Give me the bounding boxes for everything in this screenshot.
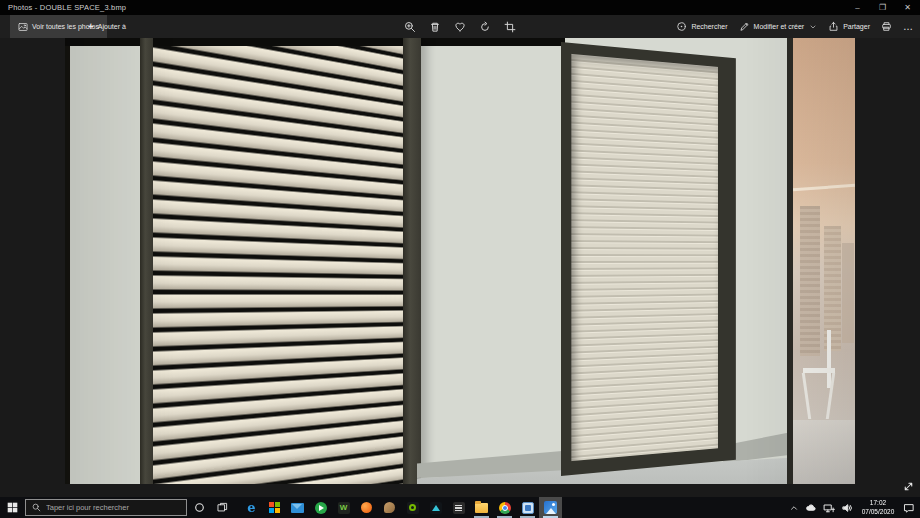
taskbar-icon-file-explorer[interactable] bbox=[470, 497, 493, 518]
taskbar-icon-store[interactable] bbox=[263, 497, 286, 518]
chrome-icon bbox=[499, 502, 511, 514]
taskbar-icon-notes[interactable] bbox=[447, 497, 470, 518]
clock-date: 07/05/2020 bbox=[859, 508, 897, 516]
taskbar-icon-avast[interactable] bbox=[355, 497, 378, 518]
share-button[interactable]: Partager bbox=[828, 21, 870, 32]
photo-chair bbox=[802, 373, 811, 419]
photo-right-post bbox=[403, 38, 421, 484]
windows-logo-icon bbox=[7, 502, 18, 513]
add-to-button[interactable]: + Ajouter à bbox=[82, 15, 132, 38]
crop-icon bbox=[504, 21, 516, 33]
zoom-in-icon bbox=[404, 21, 416, 33]
rotate-button[interactable] bbox=[479, 21, 491, 33]
task-view-button[interactable] bbox=[211, 497, 234, 518]
taskbar-search[interactable] bbox=[25, 499, 187, 516]
taskbar-icon-nvidia[interactable] bbox=[401, 497, 424, 518]
restore-button[interactable]: ❐ bbox=[870, 0, 895, 15]
minimize-button[interactable]: – bbox=[845, 0, 870, 15]
taskbar-icon-photo-viewer[interactable] bbox=[516, 497, 539, 518]
speaker-icon[interactable] bbox=[841, 502, 853, 514]
title-bar: Photos - DOUBLE SPACE_3.bmp – ❐ ✕ bbox=[0, 0, 920, 15]
taskbar-icon-cad[interactable] bbox=[424, 497, 447, 518]
photo-glass-reflection-streak bbox=[793, 184, 855, 191]
zoom-button[interactable] bbox=[404, 21, 416, 33]
photo-left-edge-shadow bbox=[65, 38, 70, 484]
photo-closed-roller-shutter bbox=[561, 42, 736, 476]
action-center-icon[interactable] bbox=[903, 502, 915, 514]
close-button[interactable]: ✕ bbox=[895, 0, 920, 15]
clock-time: 17:02 bbox=[859, 499, 897, 507]
crop-button[interactable] bbox=[504, 21, 516, 33]
photo-left-post bbox=[140, 38, 153, 484]
taskbar-apps: e W bbox=[240, 497, 562, 518]
nvidia-icon bbox=[407, 502, 419, 514]
chevron-down-icon bbox=[809, 23, 817, 31]
edit-create-label: Modifier et créer bbox=[754, 23, 805, 30]
expand-diagonal-icon bbox=[902, 480, 915, 493]
rotate-icon bbox=[479, 21, 491, 33]
taskbar-icon-mail[interactable] bbox=[286, 497, 309, 518]
cortana-button[interactable] bbox=[188, 497, 211, 518]
trash-icon bbox=[429, 21, 441, 33]
cortana-icon bbox=[194, 502, 205, 513]
command-bar: Voir toutes les photos + Ajouter à Reche… bbox=[0, 15, 920, 38]
photo-left-louver-shutter bbox=[153, 46, 403, 484]
taskbar-icon-edge[interactable]: e bbox=[240, 497, 263, 518]
edit-icon bbox=[739, 21, 750, 32]
ellipsis-icon: … bbox=[903, 21, 914, 32]
center-toolbar bbox=[404, 15, 516, 38]
w-media-icon: W bbox=[338, 502, 350, 514]
magnifier-icon bbox=[32, 503, 41, 512]
plus-icon: + bbox=[88, 22, 94, 32]
microsoft-store-icon bbox=[269, 502, 280, 513]
more-button[interactable]: … bbox=[903, 21, 914, 32]
photo-reflected-tower bbox=[800, 206, 820, 356]
photo-chair bbox=[803, 368, 835, 373]
photo-louver-slats bbox=[153, 46, 403, 484]
search-circle-icon bbox=[676, 21, 687, 32]
file-explorer-icon bbox=[475, 503, 488, 513]
photo-glass-panel bbox=[793, 38, 855, 484]
search-button[interactable]: Rechercher bbox=[676, 21, 727, 32]
taskbar: e W 17:02 07/05/2020 bbox=[0, 497, 920, 518]
window-controls: – ❐ ✕ bbox=[845, 0, 920, 15]
taskbar-icon-photos[interactable] bbox=[539, 497, 562, 518]
search-label: Rechercher bbox=[691, 23, 727, 30]
photos-app-icon bbox=[544, 501, 557, 514]
fullscreen-button[interactable] bbox=[900, 478, 916, 494]
print-button[interactable] bbox=[881, 21, 892, 32]
photo-viewer-stage bbox=[0, 38, 920, 497]
taskbar-icon-utility[interactable] bbox=[378, 497, 401, 518]
photo-reflected-tower bbox=[842, 243, 854, 343]
photo-collection-icon bbox=[18, 22, 28, 32]
edit-create-button[interactable]: Modifier et créer bbox=[739, 21, 818, 32]
tan-utility-icon bbox=[384, 502, 395, 513]
taskbar-icon-media-w[interactable]: W bbox=[332, 497, 355, 518]
window-title: Photos - DOUBLE SPACE_3.bmp bbox=[8, 3, 126, 12]
notes-icon bbox=[453, 502, 465, 514]
avast-icon bbox=[361, 502, 372, 513]
right-toolbar: Rechercher Modifier et créer Partager … bbox=[676, 15, 914, 38]
photo-canvas[interactable] bbox=[65, 38, 855, 484]
films-tv-icon bbox=[315, 502, 327, 514]
search-input[interactable] bbox=[46, 503, 180, 512]
share-icon bbox=[828, 21, 839, 32]
cad-triangle-icon bbox=[430, 502, 442, 514]
taskbar-icon-chrome[interactable] bbox=[493, 497, 516, 518]
start-button[interactable] bbox=[0, 497, 24, 518]
edge-icon: e bbox=[247, 500, 255, 515]
delete-button[interactable] bbox=[429, 21, 441, 33]
add-to-label: Ajouter à bbox=[98, 23, 126, 30]
tray-chevron-up-icon[interactable] bbox=[789, 503, 799, 513]
taskbar-icon-films-tv[interactable] bbox=[309, 497, 332, 518]
share-label: Partager bbox=[843, 23, 870, 30]
onedrive-cloud-icon[interactable] bbox=[805, 502, 817, 514]
task-view-icon bbox=[217, 502, 228, 513]
system-tray: 17:02 07/05/2020 bbox=[789, 499, 920, 515]
photo-viewer-icon bbox=[522, 502, 534, 514]
photo-glass-floor bbox=[793, 420, 855, 484]
favorite-button[interactable] bbox=[454, 21, 466, 33]
mail-icon bbox=[291, 503, 304, 513]
network-icon[interactable] bbox=[823, 502, 835, 514]
taskbar-clock[interactable]: 17:02 07/05/2020 bbox=[859, 499, 897, 515]
